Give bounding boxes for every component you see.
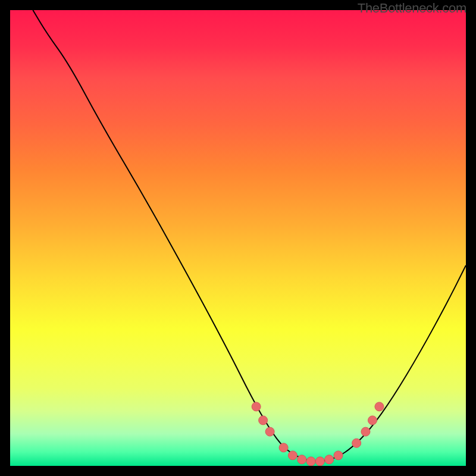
- marker-dot: [252, 402, 261, 411]
- marker-dot: [361, 427, 370, 436]
- marker-dot: [325, 455, 334, 464]
- marker-dot: [265, 427, 274, 436]
- marker-dot: [298, 455, 306, 464]
- marker-dot: [279, 443, 288, 452]
- marker-dot: [334, 451, 343, 460]
- marker-dot: [315, 457, 324, 466]
- watermark-text: TheBottleneck.com: [358, 1, 466, 16]
- marker-dot: [368, 416, 377, 425]
- plot-svg: [10, 10, 466, 466]
- marker-dot: [259, 416, 268, 425]
- marker-dots-group: [252, 402, 384, 466]
- marker-dot: [288, 451, 297, 460]
- marker-dot: [352, 439, 361, 447]
- chart-area: [10, 10, 466, 466]
- marker-dot: [375, 402, 384, 411]
- marker-dot: [306, 457, 315, 466]
- bottleneck-curve: [33, 10, 466, 461]
